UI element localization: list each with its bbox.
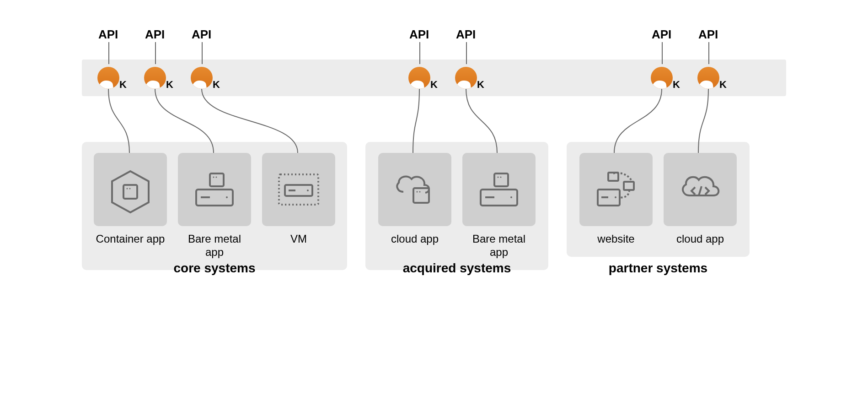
tile-label: Bare metal app bbox=[178, 233, 251, 259]
tile: cloud app bbox=[664, 153, 737, 246]
api-connector-line bbox=[202, 42, 203, 64]
api-connector-line bbox=[662, 42, 663, 64]
tile: Container app bbox=[94, 153, 167, 259]
group-partner: websitecloud app bbox=[567, 142, 750, 257]
tile: Bare metal app bbox=[462, 153, 536, 259]
cloud-app-icon bbox=[390, 164, 440, 215]
bare-metal-tile bbox=[462, 153, 536, 226]
api-connector-line bbox=[708, 42, 709, 64]
group-label-acquired: acquired systems bbox=[403, 261, 511, 276]
website-tile bbox=[579, 153, 653, 226]
tile: VM bbox=[262, 153, 335, 259]
container-icon bbox=[105, 164, 155, 215]
api-label: API bbox=[698, 27, 718, 42]
camel-k-icon: K bbox=[455, 67, 477, 89]
api-connector-line bbox=[108, 42, 109, 64]
vm-tile bbox=[262, 153, 335, 226]
group-label-core: core systems bbox=[173, 261, 255, 276]
camel-k-icon: K bbox=[97, 67, 119, 89]
api-label: API bbox=[145, 27, 165, 42]
api-label: API bbox=[409, 27, 429, 42]
api-connector-line bbox=[466, 42, 467, 64]
camel-k-icon: K bbox=[144, 67, 166, 89]
api-label: API bbox=[652, 27, 671, 42]
group-acquired: cloud appBare metal app bbox=[365, 142, 548, 270]
api-label: API bbox=[192, 27, 211, 42]
cloud-code-tile bbox=[664, 153, 737, 226]
tile-label: Container app bbox=[96, 233, 165, 246]
api-label: API bbox=[456, 27, 476, 42]
bare-metal-icon bbox=[474, 164, 524, 215]
api-connector-line bbox=[419, 42, 420, 64]
website-icon bbox=[591, 164, 641, 215]
tile: Bare metal app bbox=[178, 153, 251, 259]
tile: cloud app bbox=[378, 153, 451, 259]
tile: website bbox=[579, 153, 653, 246]
camel-k-icon: K bbox=[651, 67, 673, 89]
camel-k-icon: K bbox=[697, 67, 719, 89]
cloud-app-tile bbox=[378, 153, 451, 226]
group-core: Container appBare metal appVM bbox=[82, 142, 347, 270]
tile-label: Bare metal app bbox=[462, 233, 536, 259]
tile-label: cloud app bbox=[391, 233, 439, 246]
bare-metal-icon bbox=[189, 164, 240, 215]
integration-bus bbox=[82, 60, 786, 96]
tile-label: cloud app bbox=[676, 233, 724, 246]
api-label: API bbox=[98, 27, 118, 42]
api-connector-line bbox=[155, 42, 156, 64]
camel-k-icon: K bbox=[191, 67, 213, 89]
vm-icon bbox=[273, 164, 324, 215]
cloud-code-icon bbox=[675, 164, 725, 215]
camel-k-icon: K bbox=[408, 67, 430, 89]
container-tile bbox=[94, 153, 167, 226]
group-label-partner: partner systems bbox=[609, 261, 707, 276]
bare-metal-tile bbox=[178, 153, 251, 226]
tile-label: VM bbox=[290, 233, 307, 246]
tile-label: website bbox=[597, 233, 634, 246]
